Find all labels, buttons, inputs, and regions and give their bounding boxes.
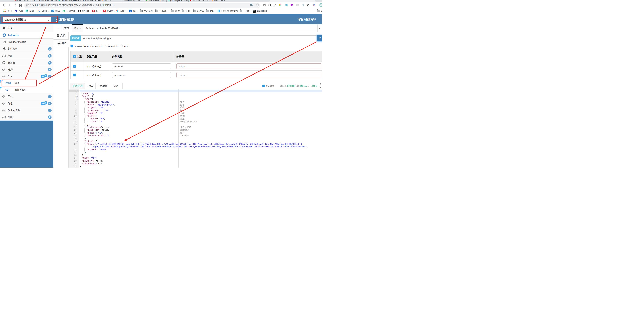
svg-text:API: API (3, 117, 5, 118)
svg-text:API: API (3, 76, 5, 77)
svg-text:译: 译 (52, 10, 54, 12)
svg-text:G: G (251, 4, 252, 6)
svg-text:24: 24 (254, 12, 255, 12)
svg-text:API: API (3, 55, 5, 56)
svg-text:API: API (3, 62, 5, 63)
svg-text:API: API (3, 103, 5, 104)
svg-text:RP: RP (292, 5, 293, 6)
svg-text:du: du (16, 12, 17, 12)
svg-text:API: API (3, 110, 5, 111)
svg-text:API: API (3, 69, 5, 70)
svg-text:C: C (104, 10, 105, 12)
svg-text:Git: Git (307, 4, 309, 5)
svg-text:10: 10 (253, 10, 254, 12)
svg-text:API: API (3, 96, 5, 97)
svg-text:{…}: {…} (269, 5, 270, 6)
svg-text:Zip: Zip (307, 5, 309, 6)
svg-text:b: b (26, 10, 28, 12)
